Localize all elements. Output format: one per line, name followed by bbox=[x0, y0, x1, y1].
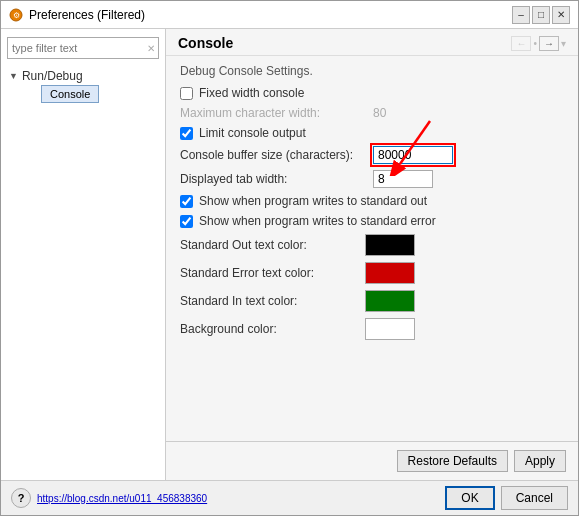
nav-back-button[interactable]: ← bbox=[511, 36, 531, 51]
displayed-tab-width-label: Displayed tab width: bbox=[180, 172, 365, 186]
bottom-right: OK Cancel bbox=[445, 486, 568, 510]
fixed-width-console-row: Fixed width console bbox=[180, 86, 564, 100]
std-out-color-row: Standard Out text color: bbox=[180, 234, 564, 256]
preferences-window: ⚙ Preferences (Filtered) – □ ✕ ✕ ▼ Run/D… bbox=[0, 0, 579, 516]
std-out-color-label: Standard Out text color: bbox=[180, 238, 365, 252]
show-stdout-label: Show when program writes to standard out bbox=[199, 194, 427, 208]
window-title: Preferences (Filtered) bbox=[29, 8, 145, 22]
bottom-left: ? https://blog.csdn.net/u011_456838360 bbox=[11, 488, 207, 508]
tree-parent-label: Run/Debug bbox=[22, 69, 83, 83]
filter-box[interactable]: ✕ bbox=[7, 37, 159, 59]
bottom-bar: ? https://blog.csdn.net/u011_456838360 O… bbox=[1, 480, 578, 515]
apply-button[interactable]: Apply bbox=[514, 450, 566, 472]
show-stderr-label: Show when program writes to standard err… bbox=[199, 214, 436, 228]
console-nav-button[interactable]: Console bbox=[41, 85, 99, 103]
max-char-width-label: Maximum character width: bbox=[180, 106, 365, 120]
help-link[interactable]: https://blog.csdn.net/u011_456838360 bbox=[37, 493, 207, 504]
filter-input[interactable] bbox=[8, 42, 144, 54]
std-in-color-label: Standard In text color: bbox=[180, 294, 365, 308]
fixed-width-console-checkbox[interactable] bbox=[180, 87, 193, 100]
maximize-button[interactable]: □ bbox=[532, 6, 550, 24]
nav-separator: • bbox=[533, 38, 537, 49]
content-body: Debug Console Settings. Fixed width cons… bbox=[166, 56, 578, 441]
show-stderr-row: Show when program writes to standard err… bbox=[180, 214, 564, 228]
title-controls: – □ ✕ bbox=[512, 6, 570, 24]
content-footer: Restore Defaults Apply bbox=[166, 441, 578, 480]
background-color-swatch[interactable] bbox=[365, 318, 415, 340]
main-area: ✕ ▼ Run/Debug Console Console ← • → ▾ bbox=[1, 29, 578, 480]
limit-console-output-label: Limit console output bbox=[199, 126, 306, 140]
console-buffer-size-label: Console buffer size (characters): bbox=[180, 148, 365, 162]
show-stdout-checkbox[interactable] bbox=[180, 195, 193, 208]
nav-forward-button[interactable]: → bbox=[539, 36, 559, 51]
std-error-color-label: Standard Error text color: bbox=[180, 266, 365, 280]
title-bar-left: ⚙ Preferences (Filtered) bbox=[9, 8, 145, 22]
std-in-color-swatch[interactable] bbox=[365, 290, 415, 312]
minimize-button[interactable]: – bbox=[512, 6, 530, 24]
displayed-tab-width-row: Displayed tab width: bbox=[180, 170, 564, 188]
content-panel: Console ← • → ▾ Debug Console Settings. … bbox=[166, 29, 578, 480]
std-out-color-swatch[interactable] bbox=[365, 234, 415, 256]
fixed-width-console-label: Fixed width console bbox=[199, 86, 304, 100]
tree-child-console: Console bbox=[25, 85, 165, 103]
ok-button[interactable]: OK bbox=[445, 486, 494, 510]
max-char-width-value: 80 bbox=[373, 106, 386, 120]
displayed-tab-width-input[interactable] bbox=[373, 170, 433, 188]
tree-arrow-icon: ▼ bbox=[9, 71, 18, 81]
nav-dropdown-arrow: ▾ bbox=[561, 38, 566, 49]
show-stdout-row: Show when program writes to standard out bbox=[180, 194, 564, 208]
std-error-color-swatch[interactable] bbox=[365, 262, 415, 284]
nav-arrows: ← • → ▾ bbox=[511, 36, 566, 51]
title-bar: ⚙ Preferences (Filtered) – □ ✕ bbox=[1, 1, 578, 29]
background-color-label: Background color: bbox=[180, 322, 365, 336]
console-buffer-size-input[interactable] bbox=[373, 146, 453, 164]
content-header: Console ← • → ▾ bbox=[166, 29, 578, 56]
background-color-row: Background color: bbox=[180, 318, 564, 340]
close-button[interactable]: ✕ bbox=[552, 6, 570, 24]
show-stderr-checkbox[interactable] bbox=[180, 215, 193, 228]
app-icon: ⚙ bbox=[9, 8, 23, 22]
sidebar: ✕ ▼ Run/Debug Console bbox=[1, 29, 166, 480]
max-char-width-row: Maximum character width: 80 bbox=[180, 106, 564, 120]
restore-defaults-button[interactable]: Restore Defaults bbox=[397, 450, 508, 472]
cancel-button[interactable]: Cancel bbox=[501, 486, 568, 510]
std-error-color-row: Standard Error text color: bbox=[180, 262, 564, 284]
limit-console-output-row: Limit console output bbox=[180, 126, 564, 140]
content-title: Console bbox=[178, 35, 233, 51]
svg-text:⚙: ⚙ bbox=[13, 11, 20, 20]
std-in-color-row: Standard In text color: bbox=[180, 290, 564, 312]
help-button[interactable]: ? bbox=[11, 488, 31, 508]
tree-item-run-debug[interactable]: ▼ Run/Debug bbox=[1, 67, 165, 85]
filter-clear-icon[interactable]: ✕ bbox=[144, 43, 158, 54]
console-buffer-size-row: Console buffer size (characters): bbox=[180, 146, 564, 164]
limit-console-output-checkbox[interactable] bbox=[180, 127, 193, 140]
section-description: Debug Console Settings. bbox=[180, 64, 564, 78]
